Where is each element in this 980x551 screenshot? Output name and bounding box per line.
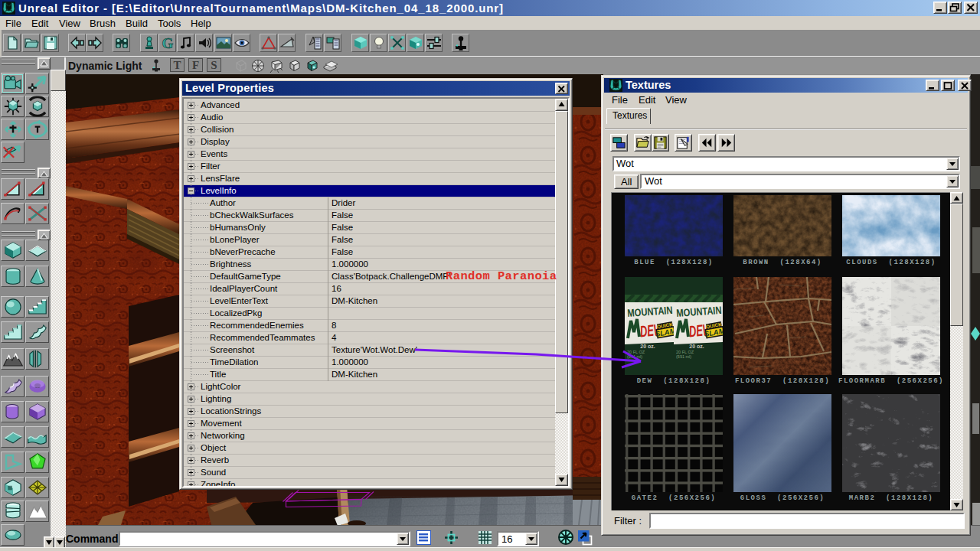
svg-text:(591 ml): (591 ml) [676,354,691,359]
svg-text:20 oz.: 20 oz. [640,344,655,349]
svg-text:20 oz.: 20 oz. [689,344,704,349]
svg-text:G: G [162,35,174,51]
svg-text:(591 ml): (591 ml) [627,354,642,359]
